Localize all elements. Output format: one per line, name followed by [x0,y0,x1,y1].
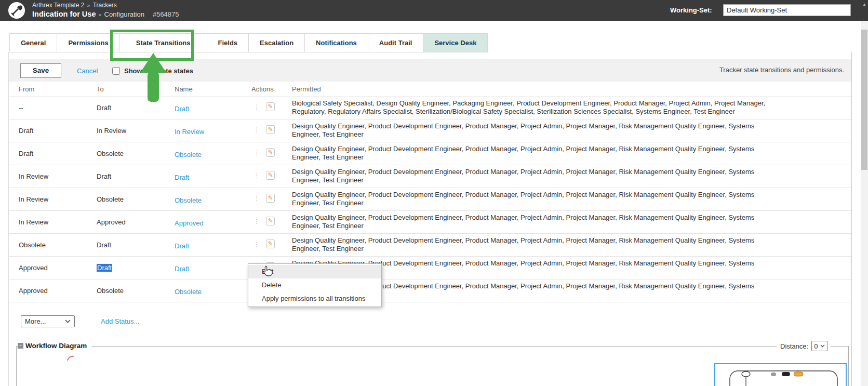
add-status-link[interactable]: Add Status... [101,317,139,325]
edit-pencil-icon[interactable]: ✎ [266,148,275,157]
menu-item-edit[interactable]: Edit [248,265,381,278]
to-state: In Review [97,127,126,135]
page-section: Configuration [104,10,144,18]
row-context-menu: Edit Delete Apply permissions to all tra… [248,263,382,307]
table-row: Draft In Review In Review ⋮ ✎ Design Qua… [9,119,851,142]
to-state-text: Obsolete [97,287,124,295]
tracker-app-icon[interactable] [8,2,25,19]
tab-audit-trail[interactable]: Audit Trail [368,33,424,52]
more-dropdown[interactable]: More... [21,315,75,327]
to-state: Obsolete [97,195,124,203]
table-row: Approved Draft Draft ⋮ ✎ Design Quality … [9,257,851,279]
from-state: Approved [19,287,48,295]
mini-workflow-diagram [715,364,846,386]
scrollbar-up-arrow-icon[interactable]: ▲ [861,0,868,21]
row-actions: ⋮ ✎ [251,125,275,134]
tab-escalation[interactable]: Escalation [248,33,305,52]
transition-name-link[interactable]: In Review [175,128,204,136]
edit-pencil-icon[interactable]: ✎ [266,171,275,180]
to-state: Obsolete [97,287,124,295]
cancel-link[interactable]: Cancel [77,67,98,75]
row-actions: ⋮ ✎ [251,102,275,111]
table-row: Draft Obsolete Obsolete ⋮ ✎ Design Quali… [9,142,851,165]
row-menu-icon[interactable]: ⋮ [253,172,260,179]
to-state: Obsolete [97,150,124,157]
transition-name-link[interactable]: Draft [175,265,189,273]
save-button[interactable]: Save [20,63,61,78]
to-state: Draft [97,104,111,112]
breadcrumb-project[interactable]: Arthrex Template 2 [32,2,85,9]
table-row: In Review Obsolete Obsolete ⋮ ✎ Design Q… [9,188,851,211]
to-state-text: Draft [97,241,111,249]
table-row: In Review Approved Approved ⋮ ✎ Design Q… [9,211,851,234]
permitted-roles: Design Quality Engineer, Product Develop… [292,122,783,139]
permitted-roles: Design Quality Engineer, Product Develop… [292,145,783,162]
edit-pencil-icon[interactable]: ✎ [266,217,275,225]
permitted-roles: Design Quality Engineer, Product Develop… [292,168,783,184]
table-row: Obsolete Draft Draft ⋮ ✎ Design Quality … [9,234,851,257]
tab-notifications[interactable]: Notifications [304,33,368,52]
breadcrumb-trackers[interactable]: Trackers [93,2,117,9]
transition-name-link[interactable]: Obsolete [175,151,202,158]
workflow-diagram-legend: − Workflow Diagram [18,342,91,350]
transition-name-link[interactable]: Approved [175,219,204,227]
row-actions: ⋮ ✎ [251,171,275,180]
workflow-overview-thumbnail[interactable] [714,363,847,386]
row-menu-icon[interactable]: ⋮ [253,241,260,248]
table-header-row: From To Name Actions Permitted [9,83,851,97]
chevron-down-icon [65,320,71,323]
working-set-input[interactable] [723,4,851,16]
edit-pencil-icon[interactable]: ✎ [266,102,275,111]
transition-name-link[interactable]: Obsolete [175,196,202,204]
toolbar: Save Cancel Show obsolete states Tracker… [9,59,851,82]
diagram-artifact-mark [66,354,75,362]
transition-rows: -- Draft Draft ⋮ ✎ Biological Safety Spe… [9,97,851,302]
transition-name-link[interactable]: Draft [175,105,189,113]
breadcrumb-separator: » [87,2,90,8]
more-dropdown-value: More... [25,317,46,325]
row-menu-icon[interactable]: ⋮ [253,103,260,111]
from-state: Draft [19,150,33,157]
row-actions: ⋮ ✎ [251,148,275,157]
annotation-arrow-up-icon [138,51,168,104]
to-state: Draft [97,264,112,272]
show-obsolete-checkbox[interactable] [112,67,120,75]
transition-name-link[interactable]: Obsolete [175,288,202,296]
tab-fields[interactable]: Fields [207,33,249,52]
column-header-permitted: Permitted [292,85,321,93]
row-menu-icon[interactable]: ⋮ [253,149,260,156]
to-state: Draft [97,241,111,249]
edit-pencil-icon[interactable]: ✎ [266,125,275,134]
distance-dropdown[interactable]: 0 [811,341,827,351]
edit-pencil-icon[interactable]: ✎ [266,194,275,203]
from-state: Obsolete [19,241,46,249]
permitted-roles: Design Quality Engineer, Product Develop… [292,214,783,230]
tab-bar: General Permissions State Transitions Fi… [9,33,487,52]
row-menu-icon[interactable]: ⋮ [253,218,260,225]
distance-label: Distance: [780,342,808,350]
vertical-scrollbar[interactable]: ▲ [861,0,868,386]
table-row: Approved Obsolete Obsolete ⋮ ✎ Design Qu… [9,279,851,302]
transition-name-link[interactable]: Draft [175,174,189,181]
state-transitions-panel: Save Cancel Show obsolete states Tracker… [8,52,852,386]
column-header-name: Name [175,85,193,93]
menu-item-apply-permissions[interactable]: Apply permissions to all transitions [248,292,381,305]
top-header: Arthrex Template 2»Trackers Indication f… [0,0,868,21]
from-state: In Review [19,195,48,203]
from-state: Draft [19,127,33,135]
menu-item-delete[interactable]: Delete [248,278,381,292]
tab-service-desk[interactable]: Service Desk [423,33,488,52]
row-menu-icon[interactable]: ⋮ [253,195,260,202]
workflow-diagram-title: Workflow Diagram [25,342,87,350]
from-state: In Review [19,172,48,180]
permitted-roles: Biological Safety Specialist, Design Qua… [292,99,783,116]
transition-name-link[interactable]: Draft [175,242,189,250]
tab-general[interactable]: General [9,33,57,52]
collapse-icon[interactable]: − [18,343,23,349]
to-state-text: In Review [97,127,126,135]
edit-pencil-icon[interactable]: ✎ [266,239,275,248]
to-state-text: Draft [97,172,111,180]
distance-value: 0 [814,342,818,350]
row-menu-icon[interactable]: ⋮ [253,126,260,134]
scrollbar-thumb[interactable] [861,30,867,170]
